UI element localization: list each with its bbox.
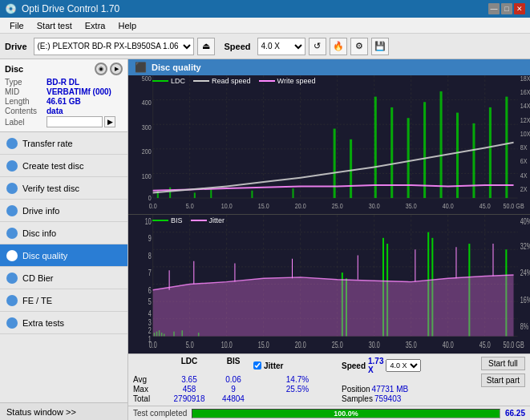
action-buttons: Start full Start part: [481, 357, 525, 389]
menu-extra[interactable]: Extra: [79, 19, 112, 32]
svg-text:500: 500: [142, 75, 152, 83]
svg-rect-21: [292, 188, 293, 198]
svg-text:30.0: 30.0: [369, 341, 380, 350]
label-input[interactable]: [47, 116, 103, 127]
write-speed-color: [259, 80, 275, 82]
svg-text:8: 8: [148, 252, 152, 261]
svg-text:6: 6: [148, 286, 152, 296]
start-full-button[interactable]: Start full: [481, 357, 525, 370]
svg-text:15.0: 15.0: [258, 201, 269, 210]
svg-text:5.0: 5.0: [186, 201, 194, 210]
sidebar-item-create-test-disc[interactable]: Create test disc: [0, 155, 127, 177]
svg-text:300: 300: [142, 123, 152, 131]
max-ldc: 458: [165, 385, 213, 394]
verify-test-disc-label: Verify test disc: [22, 184, 79, 193]
verify-test-disc-icon: [6, 183, 18, 194]
disc-info-label: Disc info: [22, 228, 56, 238]
svg-text:16%: 16%: [520, 295, 530, 305]
drive-select[interactable]: (E:) PLEXTOR BD-R PX-LB950SA 1.06: [34, 38, 194, 55]
svg-rect-30: [472, 123, 475, 198]
drive-info-label: Drive info: [22, 206, 59, 216]
max-label: Max: [133, 385, 165, 394]
fe-te-label: FE / TE: [22, 296, 52, 305]
close-button[interactable]: ✕: [514, 3, 525, 14]
svg-text:4: 4: [148, 309, 152, 319]
svg-text:40.0: 40.0: [443, 201, 454, 210]
menu-help[interactable]: Help: [111, 19, 143, 32]
sidebar-item-disc-quality[interactable]: Disc quality: [0, 244, 127, 267]
eject-button[interactable]: ⏏: [197, 38, 215, 55]
label-set-button[interactable]: ▶: [104, 116, 115, 127]
legend-ldc: LDC: [152, 77, 185, 85]
extra-tests-icon: [6, 317, 18, 329]
menubar: File Start test Extra Help: [0, 18, 530, 34]
create-test-disc-icon: [6, 160, 18, 172]
svg-rect-28: [440, 91, 443, 198]
svg-text:100: 100: [142, 172, 152, 180]
sidebar-item-transfer-rate[interactable]: Transfer rate: [0, 132, 127, 155]
transfer-rate-icon: [6, 138, 18, 149]
ldc-label: LDC: [171, 77, 185, 85]
disc-icon-2[interactable]: ▶: [110, 63, 123, 75]
sidebar-item-drive-info[interactable]: Drive info: [0, 200, 127, 222]
svg-rect-24: [374, 97, 377, 198]
stats-table: LDC BIS Jitter Speed 1.73 X 4.0 X: [133, 357, 478, 403]
svg-text:40.0: 40.0: [443, 341, 454, 350]
settings-button[interactable]: ⚙: [350, 38, 368, 55]
maximize-button[interactable]: □: [501, 3, 512, 14]
label-label: Label: [5, 118, 47, 127]
cd-bier-icon: [6, 273, 18, 284]
svg-text:45.0: 45.0: [479, 201, 491, 210]
sidebar-item-fe-te[interactable]: FE / TE: [0, 289, 127, 312]
svg-rect-17: [169, 188, 171, 198]
extra-tests-label: Extra tests: [22, 318, 64, 328]
content-area: ⬛ Disc quality LDC Read speed: [128, 59, 530, 420]
jitter-color: [191, 220, 207, 221]
minimize-button[interactable]: —: [488, 3, 500, 14]
col-bis: BIS: [213, 357, 253, 374]
sidebar-item-extra-tests[interactable]: Extra tests: [0, 312, 127, 334]
disc-info-icon: [6, 228, 18, 239]
svg-text:35.0: 35.0: [406, 341, 417, 350]
status-text: Test completed: [133, 409, 187, 418]
speed-col-value: 1.73 X: [368, 357, 383, 374]
svg-text:25.0: 25.0: [332, 341, 343, 350]
drive-label: Drive: [5, 42, 27, 51]
start-part-button[interactable]: Start part: [481, 374, 525, 387]
svg-text:10.0: 10.0: [221, 341, 233, 350]
burn-button[interactable]: 🔥: [330, 38, 347, 55]
speed-col-select[interactable]: 4.0 X: [386, 359, 421, 372]
menu-start-test[interactable]: Start test: [30, 19, 79, 32]
svg-text:16X: 16X: [520, 87, 530, 96]
svg-text:0: 0: [148, 193, 152, 202]
chart1-legend: LDC Read speed Write speed: [152, 77, 315, 85]
bis-color: [152, 220, 168, 221]
svg-text:24%: 24%: [520, 269, 530, 278]
refresh-button[interactable]: ↺: [309, 38, 326, 55]
jitter-col-label: Jitter: [264, 361, 283, 370]
svg-text:45.0: 45.0: [479, 341, 491, 350]
sidebar-item-cd-bier[interactable]: CD Bier: [0, 267, 127, 289]
svg-text:5: 5: [148, 297, 152, 307]
sidebar-item-verify-test-disc[interactable]: Verify test disc: [0, 177, 127, 200]
save-button[interactable]: 💾: [371, 38, 389, 55]
disc-panel: Disc ◉ ▶ Type BD-R DL MID VERBATIMf (000…: [0, 59, 127, 132]
col-empty: [133, 357, 165, 374]
jitter-checkbox[interactable]: [253, 361, 261, 370]
menu-file[interactable]: File: [3, 19, 30, 32]
position-label: Position: [342, 385, 370, 394]
max-bis: 9: [213, 385, 253, 394]
read-speed-color: [193, 80, 209, 82]
status-window-button[interactable]: Status window >>: [0, 402, 127, 420]
chart1-container: LDC Read speed Write speed: [128, 75, 530, 215]
samples-value: 759403: [374, 394, 401, 403]
avg-jitter: 14.7%: [253, 375, 342, 384]
samples-label: Samples: [342, 394, 373, 403]
sidebar-item-disc-info[interactable]: Disc info: [0, 222, 127, 244]
chart2-container: BIS Jitter: [128, 215, 530, 353]
titlebar-title: 💿 Opti Drive Control 1.70: [5, 3, 119, 14]
svg-rect-0: [128, 75, 530, 214]
length-label: Length: [5, 97, 47, 106]
speed-select[interactable]: 4.0 X: [257, 38, 305, 55]
disc-icon-1[interactable]: ◉: [95, 63, 107, 75]
